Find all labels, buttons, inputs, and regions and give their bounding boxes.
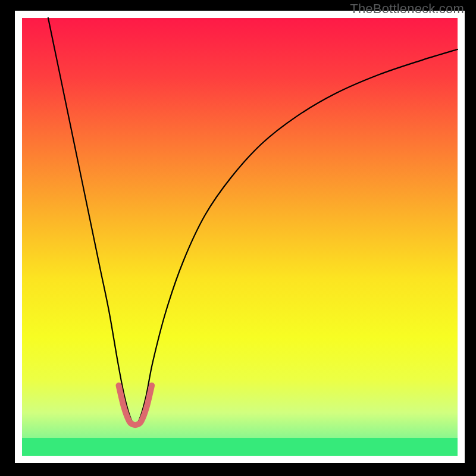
curve-layer: [0, 0, 476, 476]
watermark-text: TheBottleneck.com: [350, 1, 464, 17]
bottleneck-curve: [48, 18, 458, 424]
chart-stage: TheBottleneck.com: [0, 0, 476, 476]
